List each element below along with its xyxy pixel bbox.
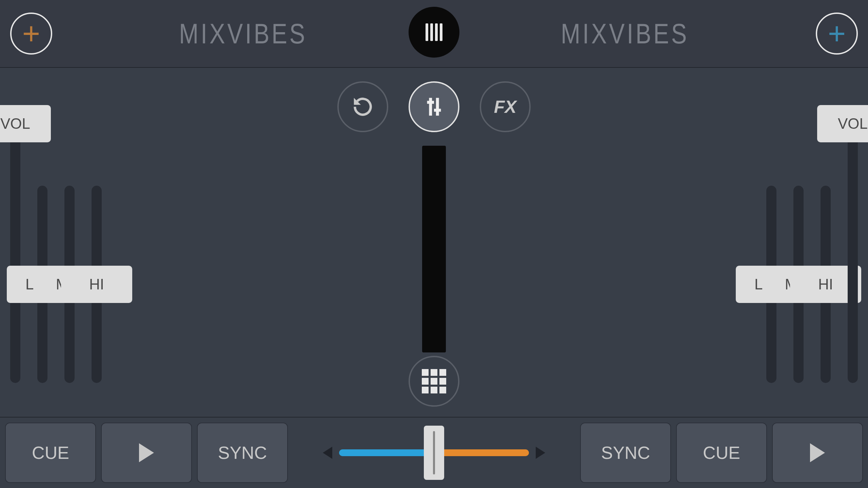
deck-a-eq-hi-slider[interactable]: HI bbox=[92, 186, 102, 383]
fx-mode-button[interactable]: FX bbox=[480, 81, 531, 132]
eq-mode-button[interactable] bbox=[409, 81, 459, 132]
bars-icon bbox=[426, 23, 442, 41]
deck-a-title: MIXVIBES bbox=[86, 17, 399, 50]
loop-mode-button[interactable] bbox=[337, 81, 388, 132]
mixer-panel: FX VOL LOW bbox=[0, 68, 868, 417]
fx-label: FX bbox=[494, 97, 516, 117]
volume-thumb[interactable]: VOL bbox=[817, 105, 868, 142]
sync-label: SYNC bbox=[601, 443, 650, 463]
svg-rect-0 bbox=[429, 98, 432, 116]
crossfader-nudge-right[interactable] bbox=[536, 447, 545, 459]
sync-label: SYNC bbox=[218, 443, 267, 463]
deck-a-cue-button[interactable]: CUE bbox=[5, 423, 96, 483]
mode-selector: FX bbox=[337, 81, 531, 132]
vol-label: VOL bbox=[0, 115, 30, 132]
svg-rect-1 bbox=[436, 98, 439, 116]
deck-b-eq-hi-slider[interactable]: HI bbox=[821, 186, 831, 383]
deck-b-title: MIXVIBES bbox=[468, 17, 781, 50]
svg-rect-2 bbox=[427, 101, 434, 104]
plus-icon: + bbox=[22, 18, 40, 49]
eq-label: HI bbox=[818, 276, 833, 293]
library-button[interactable] bbox=[409, 7, 459, 58]
deck-b-play-button[interactable] bbox=[772, 423, 863, 483]
deck-a-play-button[interactable] bbox=[101, 423, 192, 483]
sampler-button[interactable] bbox=[409, 356, 459, 407]
eq-thumb[interactable]: HI bbox=[61, 266, 132, 303]
load-track-b-button[interactable]: + bbox=[816, 13, 858, 55]
header: + MIXVIBES MIXVIBES + bbox=[0, 0, 868, 68]
loop-icon bbox=[351, 95, 375, 119]
crossfader-thumb[interactable] bbox=[424, 426, 444, 480]
play-icon bbox=[810, 443, 825, 462]
crossfader bbox=[293, 447, 575, 459]
vol-label: VOL bbox=[838, 115, 868, 132]
deck-b-sync-button[interactable]: SYNC bbox=[580, 423, 671, 483]
grid-icon bbox=[422, 369, 446, 393]
play-icon bbox=[139, 443, 154, 462]
eq-label: HI bbox=[89, 276, 104, 293]
sliders-icon bbox=[422, 95, 446, 119]
crossfader-track[interactable] bbox=[339, 449, 529, 456]
transport-bar: CUE SYNC SYNC CUE bbox=[0, 417, 868, 488]
dj-mixer-app: + MIXVIBES MIXVIBES + bbox=[0, 0, 868, 488]
deck-b-cue-button[interactable]: CUE bbox=[676, 423, 767, 483]
svg-rect-3 bbox=[434, 109, 441, 112]
deck-b-volume-slider[interactable]: VOL bbox=[848, 105, 858, 383]
plus-icon: + bbox=[828, 18, 846, 49]
cue-label: CUE bbox=[703, 443, 740, 463]
center-fader[interactable] bbox=[422, 146, 446, 352]
cue-label: CUE bbox=[32, 443, 69, 463]
deck-a-volume-slider[interactable]: VOL bbox=[10, 105, 20, 383]
load-track-a-button[interactable]: + bbox=[10, 13, 52, 55]
deck-a-sync-button[interactable]: SYNC bbox=[197, 423, 288, 483]
crossfader-nudge-left[interactable] bbox=[323, 447, 332, 459]
volume-thumb[interactable]: VOL bbox=[0, 105, 51, 142]
